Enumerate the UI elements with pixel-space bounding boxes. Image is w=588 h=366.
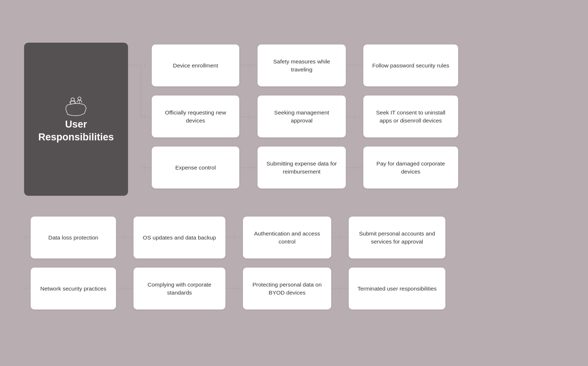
- card-os-updates: OS updates and data backup: [134, 217, 225, 258]
- diagram-canvas: User Responsibilities Device enrollment …: [24, 24, 564, 342]
- card-complying-corporate: Complying with corporate standards: [134, 268, 225, 309]
- card-seek-it-consent: Seek IT consent to uninstall apps or dis…: [363, 96, 458, 137]
- card-follow-password: Follow password security rules: [363, 44, 458, 86]
- svg-line-37: [70, 101, 71, 104]
- card-data-loss-protection: Data loss protection: [31, 217, 116, 258]
- card-expense-control: Expense control: [152, 147, 239, 188]
- center-card-title: User Responsibilities: [38, 118, 114, 144]
- card-protecting-personal: Protecting personal data on BYOD devices: [243, 268, 331, 309]
- card-seeking-management: Seeking management approval: [258, 96, 346, 137]
- card-submitting-expense: Submitting expense data for reimbursemen…: [258, 147, 346, 188]
- svg-line-38: [75, 101, 75, 104]
- card-submit-personal: Submit personal accounts and services fo…: [349, 217, 445, 258]
- card-officially-requesting: Officially requesting new devices: [152, 96, 239, 137]
- user-responsibilities-icon: [62, 95, 90, 118]
- card-authentication: Authentication and access control: [243, 217, 331, 258]
- card-terminated-user: Terminated user responsibilities: [349, 268, 445, 309]
- card-pay-damaged: Pay for damaged corporate devices: [363, 147, 458, 188]
- svg-point-36: [78, 97, 81, 100]
- center-card: User Responsibilities: [24, 43, 128, 196]
- card-device-enrollment: Device enrollment: [152, 44, 239, 86]
- card-safety-measures: Safety measures while traveling: [258, 44, 346, 86]
- card-network-security: Network security practices: [31, 268, 116, 309]
